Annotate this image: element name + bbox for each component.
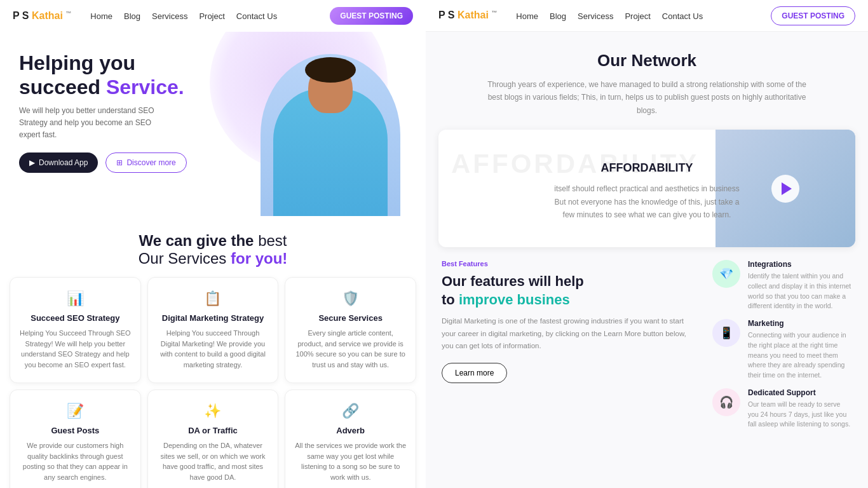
tagline: We can give the best Our Services for yo… bbox=[13, 232, 413, 268]
feature-support: 🎧 Dedicated Support Our team will be rea… bbox=[712, 388, 852, 430]
service-title-da: DA or Traffic bbox=[157, 426, 269, 435]
nav-project-right[interactable]: Project bbox=[625, 11, 650, 21]
feature-integrations: 💎 Integrations Identify the talent withi… bbox=[712, 260, 852, 311]
nav-contact-left[interactable]: Contact Us bbox=[236, 11, 277, 21]
grid-icon: ⊞ bbox=[116, 158, 123, 167]
feature-marketing: 📱 Marketing Connecting with your audienc… bbox=[712, 319, 852, 381]
discover-more-btn[interactable]: ⊞ Discover more bbox=[105, 152, 186, 173]
marketing-title: Marketing bbox=[748, 319, 852, 328]
service-title-secure: Secure Services bbox=[294, 313, 407, 323]
hero-buttons: ▶ Download App ⊞ Discover more bbox=[19, 152, 197, 173]
service-desc-guest: We provide our customers high quality ba… bbox=[19, 440, 132, 482]
digital-icon: 📋 bbox=[157, 290, 269, 307]
service-card-digital: 📋 Digital Marketing Strategy Helping You… bbox=[147, 277, 279, 383]
play-button[interactable] bbox=[771, 175, 799, 203]
hero-content: Helping you succeed Service. We will hel… bbox=[19, 51, 197, 173]
hero-title: Helping you succeed Service. bbox=[19, 51, 197, 100]
network-section: Our Network Through years of experience,… bbox=[426, 32, 868, 130]
service-card-da: ✨ DA or Traffic Depending on the DA, wha… bbox=[147, 390, 279, 488]
hero-person-image bbox=[261, 54, 400, 216]
affordability-card: AFFORDABILITY AFFORDABILITY itself shoul… bbox=[438, 130, 855, 247]
left-navbar: P S Kathai ™ Home Blog Servicess Project… bbox=[0, 0, 426, 32]
service-desc-seo: Helping You Succeed Through SEO Strategy… bbox=[19, 328, 132, 370]
nav-blog-left[interactable]: Blog bbox=[124, 11, 140, 21]
left-logo: P S Kathai ™ bbox=[13, 10, 71, 22]
features-list: 💎 Integrations Identify the talent withi… bbox=[712, 260, 852, 430]
service-desc-adverb: All the services we provide work the sam… bbox=[294, 440, 407, 482]
service-card-seo: 📊 Succeed SEO Strategy Helping You Succe… bbox=[10, 277, 141, 383]
network-title: Our Network bbox=[445, 51, 849, 71]
left-nav-links: Home Blog Servicess Project Contact Us bbox=[90, 11, 330, 21]
hero-subtitle: We will help you better understand SEO S… bbox=[19, 105, 172, 142]
service-card-adverb: 🔗 Adverb All the services we provide wor… bbox=[285, 390, 416, 488]
features-left: Best Features Our features will help to … bbox=[442, 260, 700, 430]
learn-more-btn[interactable]: Learn more bbox=[442, 363, 507, 383]
affordability-title: AFFORDABILITY bbox=[458, 161, 836, 175]
service-desc-secure: Every single article content, product, a… bbox=[294, 328, 407, 370]
nav-home-right[interactable]: Home bbox=[516, 11, 538, 21]
adverb-icon: 🔗 bbox=[294, 403, 407, 419]
service-desc-digital: Helping You succeed Through Digital Mark… bbox=[157, 328, 269, 370]
support-desc: Our team will be ready to serve you 24 h… bbox=[748, 400, 852, 430]
service-title-guest: Guest Posts bbox=[19, 426, 132, 435]
right-logo: P S Kathai ™ bbox=[438, 10, 497, 21]
integrations-title: Integrations bbox=[748, 260, 852, 269]
nav-project-left[interactable]: Project bbox=[199, 11, 224, 21]
network-desc: Through years of experience, we have man… bbox=[482, 78, 812, 117]
marketing-icon: 📱 bbox=[712, 319, 740, 347]
download-app-btn[interactable]: ▶ Download App bbox=[19, 152, 98, 173]
nav-home-left[interactable]: Home bbox=[90, 11, 112, 21]
service-title-adverb: Adverb bbox=[294, 426, 407, 435]
integrations-icon: 💎 bbox=[712, 260, 740, 288]
affordability-desc: itself should reflect practical and aest… bbox=[552, 182, 742, 221]
nav-contact-right[interactable]: Contact Us bbox=[662, 11, 703, 21]
service-cards-grid: 📊 Succeed SEO Strategy Helping You Succe… bbox=[0, 277, 426, 488]
da-icon: ✨ bbox=[157, 403, 269, 419]
features-desc: Digital Marketing is one of the fastest … bbox=[442, 315, 700, 353]
tagline-section: We can give the best Our Services for yo… bbox=[0, 216, 426, 277]
seo-icon: 📊 bbox=[19, 290, 132, 307]
marketing-desc: Connecting with your audience in the rig… bbox=[748, 330, 852, 381]
nav-services-right[interactable]: Servicess bbox=[578, 11, 613, 21]
right-nav-links: Home Blog Servicess Project Contact Us bbox=[516, 11, 771, 21]
service-card-secure: 🛡️ Secure Services Every single article … bbox=[285, 277, 416, 383]
guest-posting-btn-left[interactable]: GUEST POSTING bbox=[330, 7, 413, 25]
support-icon: 🎧 bbox=[712, 388, 740, 416]
best-features-label: Best Features bbox=[442, 260, 700, 268]
nav-services-left[interactable]: Servicess bbox=[152, 11, 187, 21]
service-title-digital: Digital Marketing Strategy bbox=[157, 313, 269, 323]
features-section: Best Features Our features will help to … bbox=[426, 247, 868, 436]
secure-icon: 🛡️ bbox=[294, 290, 407, 307]
service-card-guest: 📝 Guest Posts We provide our customers h… bbox=[10, 390, 141, 488]
download-icon: ▶ bbox=[29, 158, 35, 167]
right-navbar: P S Kathai ™ Home Blog Servicess Project… bbox=[426, 0, 868, 32]
hero-section: Helping you succeed Service. We will hel… bbox=[0, 32, 426, 216]
service-title-seo: Succeed SEO Strategy bbox=[19, 313, 132, 323]
nav-blog-right[interactable]: Blog bbox=[550, 11, 566, 21]
guest-icon: 📝 bbox=[19, 403, 132, 419]
service-desc-da: Depending on the DA, whatever sites we s… bbox=[157, 440, 269, 482]
support-title: Dedicated Support bbox=[748, 388, 852, 397]
guest-posting-btn-right[interactable]: GUEST POSTING bbox=[771, 6, 855, 25]
features-title: Our features will help to improve busine… bbox=[442, 273, 700, 309]
integrations-desc: Identify the talent within you and colle… bbox=[748, 271, 852, 311]
play-icon bbox=[782, 182, 792, 195]
